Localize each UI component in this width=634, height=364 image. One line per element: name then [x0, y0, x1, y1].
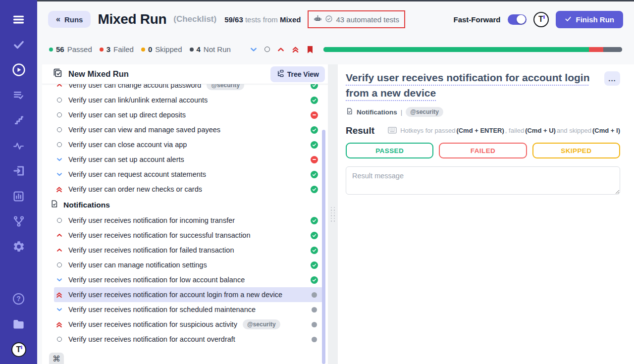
hotkey-segment: (Cmd + ENTER) — [456, 127, 504, 134]
test-row[interactable]: Verify user can manage notification sett… — [54, 258, 323, 272]
run-list-title: New Mixed Run — [68, 69, 129, 79]
test-title: Verify user can close account via app — [68, 141, 187, 149]
check-icon[interactable] — [12, 38, 26, 52]
branch-icon[interactable] — [12, 214, 26, 228]
progress-passed — [323, 47, 589, 52]
keyboard-icon — [388, 127, 397, 134]
test-row[interactable]: Verify user can close account via app — [54, 137, 323, 152]
priority-critical-icon — [55, 186, 63, 193]
back-to-runs-label: Runs — [64, 15, 83, 24]
status-passed-icon — [310, 84, 318, 89]
menu-icon[interactable] — [12, 12, 26, 26]
test-row[interactable]: Verify user receives notification for lo… — [54, 272, 323, 287]
tag-badge: @security — [243, 319, 280, 329]
list-header: New Mixed Run Tree View — [42, 64, 328, 84]
test-title: Verify user receives notification for su… — [68, 320, 237, 328]
test-title: Verify user can order new checks or card… — [68, 185, 202, 193]
hotkey-segment: and skipped — [557, 127, 591, 134]
suite-breadcrumb[interactable]: Notifications — [357, 108, 397, 116]
test-row[interactable]: Verify user receives notification for fa… — [54, 243, 323, 258]
priority-low-icon — [55, 172, 63, 177]
test-row[interactable]: Verify user receives notification for ac… — [54, 332, 323, 347]
skipped-count: 0 — [148, 45, 152, 53]
test-title: Verify user receives notification for sc… — [68, 306, 256, 313]
chevron-down-icon[interactable] — [250, 47, 257, 52]
test-row[interactable]: Verify user receives notification for ac… — [54, 287, 323, 302]
test-row[interactable]: Verify user can change account password … — [54, 84, 323, 93]
double-chevron-up-icon[interactable] — [292, 46, 299, 53]
test-row[interactable]: Verify user receives notification for sc… — [54, 302, 323, 317]
circle-check-icon — [325, 15, 333, 24]
priority-normal-icon — [55, 112, 63, 117]
test-row[interactable]: Verify user can set up direct deposits — [54, 107, 323, 122]
test-row[interactable]: Verify user can request account statemen… — [54, 167, 323, 182]
panels: New Mixed Run Tree View — [37, 64, 634, 364]
test-title: Verify user can set up account alerts — [68, 156, 184, 163]
priority-filter-icons — [250, 46, 314, 53]
import-icon[interactable] — [12, 164, 26, 178]
test-row[interactable]: Verify user receives notification for in… — [54, 213, 323, 228]
test-row[interactable]: Verify user can link/unlink external acc… — [54, 93, 323, 107]
not-run-dot — [190, 48, 194, 52]
panel-resizer[interactable] — [328, 64, 338, 364]
bookmark-icon[interactable] — [307, 46, 314, 53]
test-row[interactable]: Verify user receives notification for su… — [54, 228, 323, 243]
passed-dot — [49, 48, 53, 52]
sidebar: ? T — [0, 0, 37, 364]
run-play-icon[interactable] — [12, 63, 26, 77]
list-scrollbar[interactable] — [322, 130, 325, 364]
finish-run-button[interactable]: Finish Run — [556, 11, 624, 28]
test-title: Verify user receives notification for in… — [68, 216, 235, 224]
detail-head: Verify user receives notification for ac… — [346, 70, 620, 101]
back-to-runs-button[interactable]: « Runs — [48, 11, 91, 28]
test-title: Verify user can change account password — [68, 84, 201, 89]
skipped-label: Skipped — [155, 45, 182, 53]
section-row: Notifications — [50, 197, 328, 213]
tree-view-button[interactable]: Tree View — [270, 66, 325, 82]
test-row[interactable]: Verify user can set up account alerts — [54, 152, 323, 167]
test-row[interactable]: Verify user receives notification for su… — [54, 317, 323, 332]
test-title: Verify user receives notification for lo… — [68, 276, 245, 284]
priority-critical-icon — [55, 292, 63, 298]
test-row[interactable]: Verify user can view and manage saved pa… — [54, 122, 323, 137]
test-title: Verify user receives notification for ac… — [68, 335, 235, 343]
status-not-run-icon — [310, 320, 318, 328]
verdict-button[interactable]: SKIPPED — [532, 143, 620, 158]
finish-run-label: Finish Run — [576, 15, 615, 24]
test-title: Verify user receives notification for ac… — [68, 291, 282, 299]
test-list-panel: New Mixed Run Tree View — [42, 64, 328, 364]
tests-count-number: 59/63 — [224, 15, 243, 24]
test-list-icon[interactable] — [12, 88, 26, 102]
brand-logo-icon[interactable]: T — [533, 12, 549, 27]
priority-normal-icon — [55, 262, 63, 267]
more-options-button[interactable]: ... — [604, 71, 620, 86]
fast-forward-toggle[interactable] — [508, 14, 527, 25]
check-icon — [565, 15, 572, 24]
logo-icon[interactable]: T — [11, 342, 26, 357]
status-passed-icon — [310, 276, 318, 284]
progress-failed — [589, 47, 603, 52]
gear-icon[interactable] — [12, 240, 26, 254]
chevron-up-icon[interactable] — [277, 47, 284, 52]
analytics-icon[interactable] — [12, 189, 26, 203]
verdict-button[interactable]: FAILED — [439, 143, 527, 158]
tests-from-label: tests from — [243, 15, 280, 24]
tests-count: 59/63 tests from Mixed — [224, 15, 301, 24]
command-shortcut-button[interactable]: ⌘ — [49, 353, 64, 364]
header-right: Fast-Forward T Finish Run — [453, 11, 623, 28]
result-message-input[interactable] — [346, 166, 620, 195]
test-row[interactable]: Verify user can order new checks or card… — [54, 182, 323, 197]
stat-failed: 3Failed — [100, 45, 134, 53]
help-icon[interactable]: ? — [12, 292, 26, 306]
projects-folder-icon[interactable] — [12, 317, 26, 331]
verdict-button[interactable]: PASSED — [346, 143, 433, 158]
tree-view-icon — [276, 70, 284, 79]
test-detail-title: Verify user receives notification for ac… — [346, 70, 598, 101]
app-root: ? T « Runs Mixed Run (Checklist) 59/63 t… — [0, 0, 634, 364]
hotkeys-hint: Hotkeys for passed (Cmd + ENTER) , faile… — [388, 127, 620, 134]
circle-outline-icon[interactable] — [264, 47, 270, 52]
document-check-icon — [346, 107, 353, 117]
hotkey-segment: (Cmd + U) — [525, 127, 556, 134]
steps-icon[interactable] — [12, 113, 26, 127]
pulse-icon[interactable] — [12, 139, 26, 153]
